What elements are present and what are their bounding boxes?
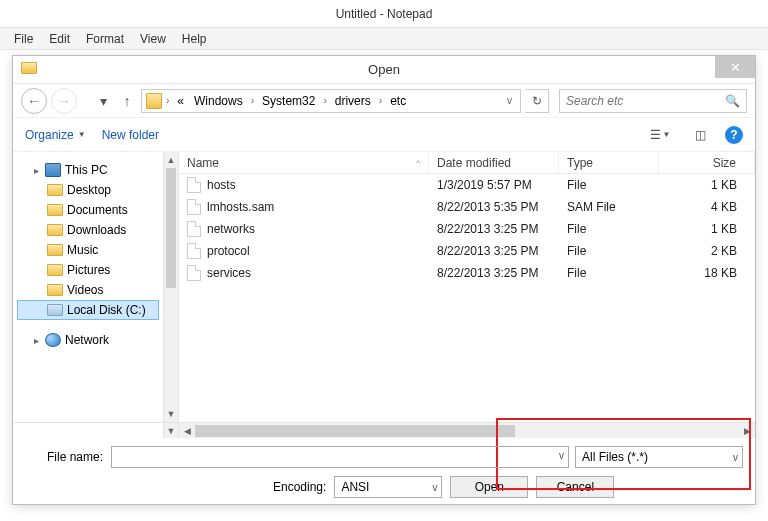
file-type: File <box>559 178 659 192</box>
toolbar-row: Organize ▼ New folder ☰ ▼ ◫ ? <box>13 118 755 152</box>
tree-music[interactable]: Music <box>17 240 159 260</box>
menu-view[interactable]: View <box>132 30 174 48</box>
file-row[interactable]: networks8/22/2013 3:25 PMFile1 KB <box>179 218 755 240</box>
file-size: 4 KB <box>659 200 755 214</box>
filetype-select[interactable]: All Files (*.*) v <box>575 446 743 468</box>
organize-button[interactable]: Organize ▼ <box>25 128 86 142</box>
scroll-left-icon[interactable]: ◀ <box>179 426 195 436</box>
disk-icon <box>47 304 63 316</box>
file-row[interactable]: protocol8/22/2013 3:25 PMFile2 KB <box>179 240 755 262</box>
folder-icon <box>47 224 63 236</box>
crumb-overflow[interactable]: « <box>173 94 188 108</box>
crumb-drivers[interactable]: drivers <box>331 94 375 108</box>
notepad-titlebar: Untitled - Notepad <box>0 0 768 28</box>
chevron-right-icon[interactable]: › <box>249 95 256 106</box>
up-button[interactable]: ↑ <box>117 93 137 109</box>
menu-help[interactable]: Help <box>174 30 215 48</box>
chevron-right-icon[interactable]: › <box>377 95 384 106</box>
folder-icon <box>47 244 63 256</box>
crumb-windows[interactable]: Windows <box>190 94 247 108</box>
forward-button[interactable]: → <box>51 88 77 114</box>
file-date: 8/22/2013 3:25 PM <box>429 222 559 236</box>
folder-icon <box>47 264 63 276</box>
crumb-etc[interactable]: etc <box>386 94 410 108</box>
menu-edit[interactable]: Edit <box>41 30 78 48</box>
scroll-down-icon[interactable]: ▼ <box>164 406 178 422</box>
tree-label: Music <box>67 243 98 257</box>
tree-label: Desktop <box>67 183 111 197</box>
tree-label: Documents <box>67 203 128 217</box>
chevron-down-icon[interactable]: v <box>432 482 437 493</box>
tree-label: This PC <box>65 163 108 177</box>
folder-icon <box>47 184 63 196</box>
recent-dropdown-icon[interactable]: ▾ <box>93 93 113 109</box>
column-date[interactable]: Date modified <box>429 152 559 173</box>
file-name: services <box>207 266 251 280</box>
view-options-button[interactable]: ☰ ▼ <box>645 124 675 146</box>
file-type: File <box>559 244 659 258</box>
tree-downloads[interactable]: Downloads <box>17 220 159 240</box>
column-size[interactable]: Size <box>659 152 755 173</box>
search-box[interactable]: 🔍 <box>559 89 747 113</box>
folder-icon <box>146 93 162 109</box>
chevron-down-icon[interactable]: v <box>559 450 564 461</box>
file-name: hosts <box>207 178 236 192</box>
tree-this-pc[interactable]: ▸ This PC <box>17 160 159 180</box>
filetype-value: All Files (*.*) <box>582 450 648 464</box>
chevron-down-icon[interactable]: v <box>733 452 738 463</box>
back-button[interactable]: ← <box>21 88 47 114</box>
search-input[interactable] <box>566 94 740 108</box>
close-button[interactable]: ✕ <box>715 56 755 78</box>
tree-desktop[interactable]: Desktop <box>17 180 159 200</box>
file-name: lmhosts.sam <box>207 200 274 214</box>
help-button[interactable]: ? <box>725 126 743 144</box>
open-button[interactable]: Open <box>450 476 528 498</box>
file-hscrollbar[interactable]: ◀ ▶ <box>179 423 755 438</box>
tree-label: Videos <box>67 283 103 297</box>
scroll-up-icon[interactable]: ▲ <box>164 152 178 168</box>
chevron-right-icon[interactable]: › <box>321 95 328 106</box>
scroll-thumb[interactable] <box>166 168 176 288</box>
tree-local-disk[interactable]: Local Disk (C:) <box>17 300 159 320</box>
chevron-right-icon[interactable]: › <box>164 95 171 106</box>
tree-label: Local Disk (C:) <box>67 303 146 317</box>
tree-documents[interactable]: Documents <box>17 200 159 220</box>
tree-scrollbar[interactable]: ▲ ▼ <box>163 152 179 422</box>
tree-scroll-down-icon[interactable]: ▼ <box>163 423 179 438</box>
file-row[interactable]: lmhosts.sam8/22/2013 5:35 PMSAM File4 KB <box>179 196 755 218</box>
menu-format[interactable]: Format <box>78 30 132 48</box>
filename-input[interactable]: v <box>111 446 569 468</box>
column-header-row: Name^ Date modified Type Size <box>179 152 755 174</box>
cancel-button[interactable]: Cancel <box>536 476 614 498</box>
dialog-titlebar: Open ✕ <box>13 56 755 84</box>
scroll-right-icon[interactable]: ▶ <box>739 426 755 436</box>
menu-file[interactable]: File <box>6 30 41 48</box>
encoding-value: ANSI <box>341 480 369 494</box>
preview-pane-button[interactable]: ◫ <box>685 124 715 146</box>
encoding-select[interactable]: ANSI v <box>334 476 442 498</box>
file-icon <box>187 177 201 193</box>
column-name[interactable]: Name^ <box>179 152 429 173</box>
file-date: 8/22/2013 3:25 PM <box>429 244 559 258</box>
caret-icon[interactable]: ▸ <box>31 165 41 176</box>
file-type: File <box>559 266 659 280</box>
breadcrumb[interactable]: › « Windows › System32 › drivers › etc v <box>141 89 521 113</box>
file-list: Name^ Date modified Type Size hosts1/3/2… <box>179 152 755 422</box>
breadcrumb-dropdown-icon[interactable]: v <box>503 95 516 106</box>
newfolder-button[interactable]: New folder <box>102 128 159 142</box>
file-row[interactable]: hosts1/3/2019 5:57 PMFile1 KB <box>179 174 755 196</box>
tree-videos[interactable]: Videos <box>17 280 159 300</box>
hscroll-thumb[interactable] <box>195 425 515 437</box>
file-type: SAM File <box>559 200 659 214</box>
refresh-button[interactable]: ↻ <box>525 89 549 113</box>
tree-network[interactable]: ▸ Network <box>17 330 159 350</box>
crumb-system32[interactable]: System32 <box>258 94 319 108</box>
column-type[interactable]: Type <box>559 152 659 173</box>
file-row[interactable]: services8/22/2013 3:25 PMFile18 KB <box>179 262 755 284</box>
tree-label: Pictures <box>67 263 110 277</box>
caret-icon[interactable]: ▸ <box>31 335 41 346</box>
encoding-label: Encoding: <box>273 480 334 494</box>
tree-pictures[interactable]: Pictures <box>17 260 159 280</box>
dialog-icon <box>21 62 37 78</box>
network-icon <box>45 333 61 347</box>
